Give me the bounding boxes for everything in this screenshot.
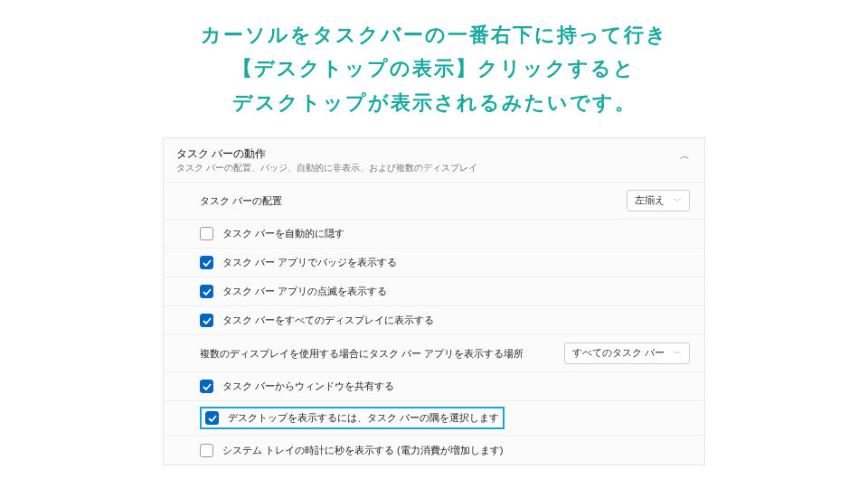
sharewindow-checkbox[interactable]	[200, 380, 213, 393]
badges-label: タスク バー アプリでバッジを表示する	[222, 256, 397, 269]
flashing-label: タスク バー アプリの点滅を表示する	[222, 285, 387, 298]
alignment-label: タスク バーの配置	[200, 194, 282, 208]
caption-line-3: デスクトップが表示されるみたいです。	[36, 86, 832, 119]
multidisplay-label: 複数のディスプレイを使用する場合にタスク バー アプリを表示する場所	[200, 347, 524, 361]
page-caption: カーソルをタスクバーの一番右下に持って行き 【デスクトップの表示】クリックすると…	[0, 0, 868, 128]
sharewindow-label: タスク バーからウィンドウを共有する	[222, 380, 394, 393]
alldisplays-checkbox[interactable]	[200, 314, 213, 327]
alldisplays-label: タスク バーをすべてのディスプレイに表示する	[222, 314, 434, 327]
panel-subtitle: タスク バーの配置、バッジ、自動的に非表示、および複数のディスプレイ	[176, 163, 477, 174]
multidisplay-value: すべてのタスク バー	[572, 347, 665, 360]
row-multidisplay-apps: 複数のディスプレイを使用する場合にタスク バー アプリを表示する場所 すべてのタ…	[164, 335, 704, 372]
show-desktop-highlight: デスクトップを表示するには、タスク バーの隅を選択します	[200, 407, 505, 429]
multidisplay-select[interactable]: すべてのタスク バー ﹀	[564, 343, 690, 364]
seconds-checkbox[interactable]	[200, 444, 213, 457]
row-all-displays: タスク バーをすべてのディスプレイに表示する	[164, 306, 704, 335]
autohide-checkbox[interactable]	[200, 227, 213, 240]
showdesktop-label: デスクトップを表示するには、タスク バーの隅を選択します	[228, 411, 499, 425]
alignment-value: 左揃え	[635, 194, 665, 207]
row-share-window: タスク バーからウィンドウを共有する	[164, 372, 704, 401]
flashing-checkbox[interactable]	[200, 285, 213, 298]
row-badges: タスク バー アプリでバッジを表示する	[164, 249, 704, 277]
row-seconds: システム トレイの時計に秒を表示する (電力消費が増加します)	[164, 436, 704, 465]
autohide-label: タスク バーを自動的に隠す	[222, 227, 344, 240]
caption-line-1: カーソルをタスクバーの一番右下に持って行き	[36, 18, 832, 52]
panel-title: タスク バーの動作	[176, 147, 477, 161]
row-taskbar-alignment: タスク バーの配置 左揃え ﹀	[164, 183, 704, 220]
badges-checkbox[interactable]	[200, 256, 213, 269]
row-flashing: タスク バー アプリの点滅を表示する	[164, 277, 704, 306]
row-show-desktop: デスクトップを表示するには、タスク バーの隅を選択します	[164, 401, 704, 436]
row-autohide: タスク バーを自動的に隠す	[164, 220, 704, 249]
chevron-down-icon: ﹀	[674, 348, 682, 360]
taskbar-behaviors-panel: タスク バーの動作 タスク バーの配置、バッジ、自動的に非表示、および複数のディ…	[163, 137, 705, 465]
caption-line-2: 【デスクトップの表示】クリックすると	[36, 52, 832, 85]
alignment-select[interactable]: 左揃え ﹀	[627, 190, 690, 211]
showdesktop-checkbox[interactable]	[205, 411, 219, 425]
chevron-up-icon: ︿	[680, 147, 690, 163]
panel-header[interactable]: タスク バーの動作 タスク バーの配置、バッジ、自動的に非表示、および複数のディ…	[164, 138, 704, 183]
chevron-down-icon: ﹀	[674, 195, 682, 207]
seconds-label: システム トレイの時計に秒を表示する (電力消費が増加します)	[222, 444, 503, 457]
